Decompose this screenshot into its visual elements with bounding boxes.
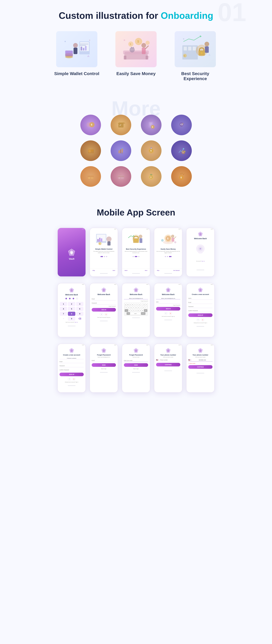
- kb-b[interactable]: B: [137, 309, 139, 312]
- kb-o[interactable]: O: [143, 303, 145, 306]
- forgot-link-pin[interactable]: Log in as an account? Sign Up: [60, 322, 84, 323]
- fp2-submit[interactable]: SEND: [124, 363, 148, 367]
- kb-space[interactable]: space: [130, 312, 141, 315]
- ob3-dots: [156, 256, 180, 257]
- kb-c[interactable]: C: [133, 309, 135, 312]
- pwd-field-ca[interactable]: [188, 305, 212, 308]
- kb-return[interactable]: Return: [141, 312, 146, 315]
- fp1-email[interactable]: [92, 359, 116, 362]
- cpwd-cf[interactable]: [60, 368, 84, 371]
- keyboard[interactable]: Q W E R T Y U I O P A S D: [124, 302, 148, 316]
- kb-p[interactable]: P: [146, 303, 147, 306]
- kb-n[interactable]: N: [140, 309, 141, 312]
- g-icon-ca[interactable]: G: [201, 318, 204, 321]
- kb-z[interactable]: Z: [128, 309, 130, 312]
- key-5[interactable]: 5: [68, 307, 75, 311]
- forgot-lf[interactable]: Forgot Password?: [156, 305, 180, 306]
- ob2-dots: [124, 256, 148, 257]
- kb-shift[interactable]: ⇧: [125, 309, 128, 312]
- kb-k[interactable]: K: [142, 306, 144, 309]
- cpwd-field-ca[interactable]: [188, 309, 212, 312]
- fb-icon-ca[interactable]: f: [196, 318, 200, 321]
- email-field-empty[interactable]: [92, 298, 116, 300]
- back-btn-2[interactable]: Back: [125, 270, 128, 271]
- kb-123[interactable]: 123: [126, 312, 130, 315]
- email-field-ca[interactable]: [188, 301, 212, 304]
- key-delete[interactable]: ⌫: [76, 316, 84, 321]
- kb-l[interactable]: L: [145, 306, 147, 309]
- kb-j[interactable]: J: [140, 306, 142, 309]
- key-9[interactable]: 9: [76, 312, 84, 316]
- status-bar-fp1: 9:41: [90, 344, 118, 346]
- kb-t[interactable]: T: [134, 303, 136, 306]
- fingerprint-icon[interactable]: [196, 244, 205, 256]
- kb-v[interactable]: V: [135, 309, 137, 312]
- key-3[interactable]: 3: [76, 302, 84, 306]
- kb-r[interactable]: R: [132, 303, 134, 306]
- key-1[interactable]: 1: [60, 302, 67, 306]
- phone-number-2: 9:41 Your phone number Enter your phone …: [186, 344, 214, 392]
- kb-w[interactable]: W: [127, 303, 129, 306]
- fb-icon-lf[interactable]: f: [164, 312, 168, 315]
- kb-s[interactable]: S: [128, 306, 130, 309]
- name-field-ca[interactable]: [188, 297, 212, 300]
- phone-number-input[interactable]: [160, 359, 180, 361]
- key-special[interactable]: ···: [60, 316, 67, 321]
- signup-btn-ca[interactable]: SIGN UP: [188, 313, 212, 317]
- pn1-submit[interactable]: CONTINUE: [156, 363, 180, 366]
- kb-q[interactable]: Q: [125, 303, 126, 306]
- keypad[interactable]: 1 2 3 4 5 6 7 8 9 ··· 0 ⌫: [60, 302, 84, 321]
- have-acct-ca[interactable]: Already have an account? Sign in: [188, 322, 212, 323]
- fp1-back-login[interactable]: Back to login: [92, 368, 116, 369]
- signup-btn-cf[interactable]: SIGN UP: [60, 372, 84, 376]
- kb-a[interactable]: A: [125, 306, 127, 309]
- onboarding-cards: Simple Wallet Control $: [16, 31, 256, 81]
- key-4[interactable]: 4: [60, 307, 67, 311]
- kb-e[interactable]: E: [129, 303, 131, 306]
- get-started-btn[interactable]: Get Started: [173, 270, 180, 271]
- key-0[interactable]: 0: [68, 316, 75, 321]
- email-cf[interactable]: [60, 360, 84, 363]
- kb-h[interactable]: H: [138, 306, 140, 309]
- kb-i[interactable]: I: [141, 303, 143, 306]
- kb-g[interactable]: G: [135, 306, 137, 309]
- onboarding-card-wallet: Simple Wallet Control: [52, 31, 101, 81]
- phone-input-area-2[interactable]: 🇺🇸 +1 929-808-1431: [188, 359, 212, 362]
- kb-u[interactable]: U: [138, 303, 140, 306]
- kb-x[interactable]: X: [131, 309, 132, 312]
- g-cf[interactable]: G: [72, 378, 76, 380]
- fp1-submit[interactable]: SEND: [92, 363, 116, 367]
- kb-y[interactable]: Y: [136, 303, 138, 306]
- key-6[interactable]: 6: [76, 307, 84, 311]
- fp2-back-login[interactable]: Back to login: [124, 368, 148, 369]
- key-7[interactable]: 7: [60, 312, 67, 316]
- have-acct-cf[interactable]: Already have an account? Sign in: [60, 382, 84, 382]
- phone-input-area[interactable]: 🇺🇸 +1: [156, 359, 180, 362]
- create-acct-link[interactable]: Don't have an account? Sign Up: [92, 317, 116, 318]
- kb-m[interactable]: M: [142, 309, 144, 312]
- kb-delete[interactable]: ⌫: [144, 309, 148, 312]
- g-icon-lf[interactable]: G: [169, 312, 172, 315]
- fp2-email[interactable]: [124, 359, 148, 362]
- google-icon[interactable]: G: [104, 313, 108, 316]
- forgot-kb[interactable]: Forgot Password?: [124, 300, 148, 302]
- signin-btn-lf[interactable]: SIGN IN: [156, 307, 180, 310]
- fb-cf[interactable]: f: [68, 378, 71, 380]
- facebook-icon[interactable]: f: [100, 313, 103, 316]
- pn2-submit[interactable]: CONTINUE: [188, 365, 212, 369]
- key-8[interactable]: 8: [68, 312, 75, 316]
- password-field-empty[interactable]: [92, 302, 116, 304]
- key-2[interactable]: 2: [68, 302, 75, 306]
- next-btn-1[interactable]: Next: [112, 270, 115, 271]
- signin-button[interactable]: SIGN IN: [92, 308, 116, 312]
- dot-3c: [169, 256, 172, 257]
- create-link-lf[interactable]: Don't have an account? Sign Up: [156, 316, 180, 317]
- kb-f[interactable]: F: [132, 306, 134, 309]
- skip-btn-3[interactable]: Skip: [157, 270, 159, 271]
- password-field-lf[interactable]: [156, 300, 180, 304]
- forgot-pwd-link[interactable]: Forgot Password?: [92, 306, 116, 307]
- pwd-cf[interactable]: [60, 364, 84, 367]
- next-btn-2[interactable]: Next: [145, 270, 147, 271]
- skip-btn[interactable]: Skip: [92, 270, 95, 271]
- kb-d[interactable]: D: [130, 306, 132, 309]
